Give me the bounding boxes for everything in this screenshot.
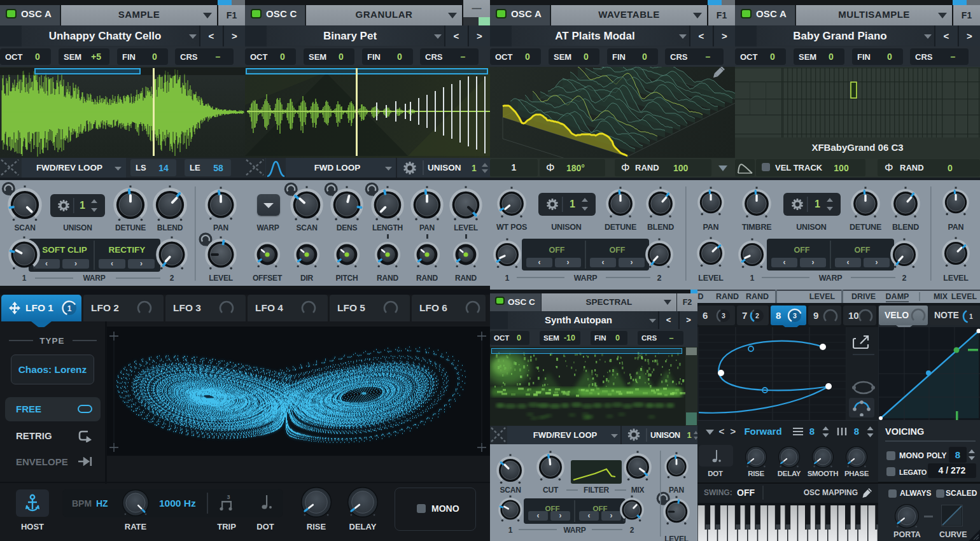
svg-text:3: 3 (722, 312, 725, 320)
svg-text:1: 1 (969, 313, 973, 320)
svg-text:3: 3 (793, 312, 797, 320)
svg-text:1: 1 (67, 304, 72, 313)
